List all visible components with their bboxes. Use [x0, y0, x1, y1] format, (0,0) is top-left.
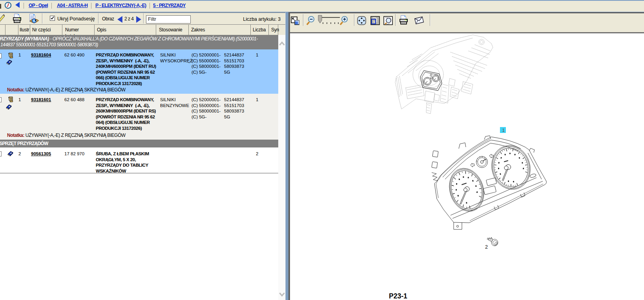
- svg-text:P23-1: P23-1: [389, 292, 407, 300]
- svg-text:2: 2: [485, 244, 488, 250]
- svg-text:1: 1: [502, 128, 505, 133]
